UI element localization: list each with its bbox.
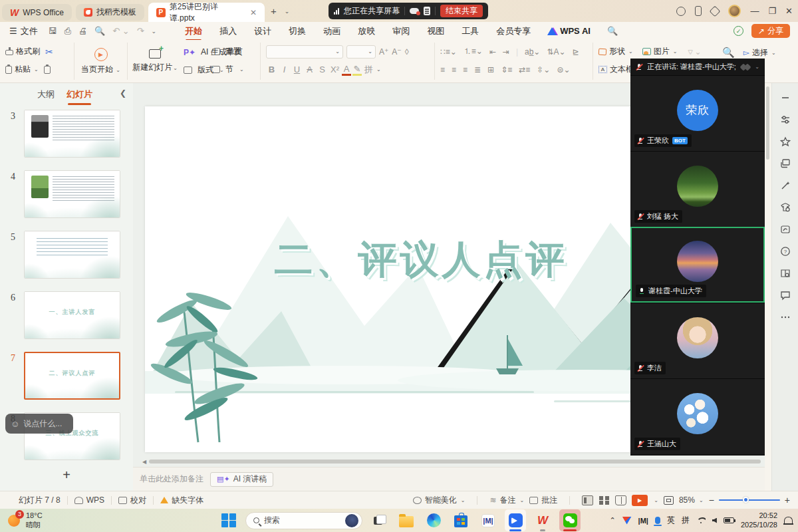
zoom-level[interactable]: 85%⌄ [679,495,704,505]
file-menu[interactable]: ☰ 文件 [9,25,38,37]
highlight-color-button[interactable]: ✎ [352,64,362,76]
assistant-icon[interactable] [676,7,686,16]
tab-docer-template[interactable]: 找稻壳模板 [76,4,144,21]
find-icon[interactable]: 🔍 [722,47,735,59]
fit-to-window-icon[interactable] [664,496,674,505]
meeting-chat-input[interactable]: ☺ 说点什么... [5,414,73,434]
zoom-out-icon[interactable]: − [709,495,714,505]
proofread-button[interactable]: 校对 [118,495,146,506]
share-button[interactable]: ↗ 分享 [751,24,790,38]
new-tab-button[interactable]: + [267,5,281,17]
shapes-button[interactable]: 形状⌄ [598,46,633,57]
paste-button[interactable]: 粘贴 ⌄ [5,64,39,75]
slideshow-play-button[interactable]: ▶ [632,495,648,506]
properties-sliders-icon[interactable] [780,114,791,125]
section-button[interactable]: 节 ⌄ [206,61,260,78]
ribbon-search-icon[interactable]: 🔍 [598,23,626,39]
tab-member[interactable]: 会员专享 [487,23,539,40]
sync-status-icon[interactable]: ✓ [733,26,743,36]
emoji-icon[interactable]: ☺ [11,419,19,429]
wifi-icon[interactable] [696,517,706,524]
slide-library-icon[interactable] [780,158,791,169]
reset-button[interactable]: 重置 [206,43,260,61]
participant-tile[interactable]: 荣欣 王荣欣 BOT [630,75,765,151]
add-slide-button[interactable]: + [0,467,133,483]
increase-indent-icon[interactable]: ⇥ [503,47,509,57]
slide-title-text[interactable]: 二、评议人点评 [145,234,697,286]
picture-button[interactable]: 图片⌄ [642,46,678,57]
wps-app-button[interactable]: W [532,509,553,531]
battery-icon[interactable] [724,517,734,523]
vertical-scrollbar[interactable] [766,86,769,160]
vertical-align-icon[interactable]: ⇳⌄ [537,65,550,74]
tab-insert[interactable]: 插入 [211,23,245,40]
horizontal-scrollbar[interactable]: ◀ [142,459,761,464]
slide-thumb-3[interactable]: 3 [0,110,128,158]
notes-toggle-button[interactable]: ≋ 备注⌄ [489,495,524,506]
tab-slideshow[interactable]: 放映 [349,23,384,40]
bullet-list-icon[interactable]: ∷≡⌄ [440,47,457,57]
decrease-font-icon[interactable]: A⁻ [392,47,401,57]
align-left-icon[interactable]: ≡ [440,65,445,74]
ime-pinyin-indicator[interactable]: 拼 [682,515,690,526]
print-icon[interactable]: 🖨 [78,26,87,36]
participant-tile[interactable]: 王涵山大 [630,378,765,454]
row-spacing-icon[interactable]: ⇕≡ [501,65,512,74]
favorites-star-icon[interactable] [780,136,791,147]
tab-close-icon[interactable]: ✕ [250,8,257,17]
zoom-slider[interactable]: − + [709,495,790,505]
tab-transition[interactable]: 切换 [280,23,315,40]
italic-button[interactable]: I [279,65,290,74]
template-design-icon[interactable] [780,202,791,213]
ime-english-indicator[interactable]: 英 [667,515,675,526]
meeting-header-chevron-icon[interactable]: ⌄ [755,64,759,70]
tab-animation[interactable]: 动画 [315,23,349,40]
participant-tile[interactable]: 李洁 [630,303,765,378]
edge-button[interactable] [423,509,444,531]
numbered-list-icon[interactable]: ⒈≡⌄ [464,46,483,57]
align-right-icon[interactable]: ≡ [463,65,467,74]
tab-wps-ai[interactable]: WPS AI [539,26,598,36]
tab-tools[interactable]: 工具 [453,23,487,40]
undo-icon[interactable]: ↶ ⌄ [112,26,129,36]
font-color-button[interactable]: A [342,64,351,76]
weather-widget[interactable]: 3 18°C 晴朗 [7,511,43,529]
more-options-icon[interactable] [780,312,791,323]
help-icon[interactable]: ? [780,246,791,257]
print-preview-icon[interactable]: 🔍 [94,26,105,36]
distribute-icon[interactable]: ⊞ [487,65,494,74]
scrollbar-thumb[interactable] [149,460,761,464]
comment-bubble-icon[interactable] [780,290,791,301]
tencent-meeting-button[interactable] [505,509,526,531]
cloud-record-icon[interactable] [410,8,419,14]
tray-m-app-icon[interactable]: |M| [638,517,648,525]
scroll-left-icon[interactable]: ◀ [142,459,146,465]
ai-speech-button[interactable]: ▤✦ AI 演讲稿 [210,472,273,487]
textbox-button[interactable]: A 文本框 [598,64,634,75]
save-icon[interactable]: 🖫 [49,26,57,36]
increase-font-icon[interactable]: A⁺ [379,47,388,57]
tab-start[interactable]: 开始 [176,23,211,40]
end-share-button[interactable]: 结束共享 [440,5,483,17]
copy-icon[interactable] [44,66,51,74]
slide-thumb-7-selected[interactable]: 7 二、评议人点评 [0,352,128,400]
comments-button[interactable]: 批注 [529,495,557,506]
superscript-button[interactable]: X² [329,65,340,74]
format-painter-button[interactable]: 格式刷 [5,46,40,57]
3d-effect-icon[interactable] [710,5,721,17]
slide-sorter-view-button[interactable] [598,495,610,505]
tab-list-chevron-icon[interactable]: ⌄ [281,8,294,15]
notification-bell-icon[interactable] [784,517,793,525]
text-direction-icon[interactable]: ⊵ [573,47,579,57]
bold-button[interactable]: B [266,65,277,74]
clock[interactable]: 20:52 2025/10/28 [741,511,777,530]
justify-icon[interactable]: ≣ [474,65,481,74]
underline-button[interactable]: U [291,65,303,74]
play-from-current-button[interactable]: ▶ 当页开始 ⌄ [74,43,127,80]
beautify-wand-icon[interactable] [780,180,791,191]
fill-color-icon[interactable]: 🜄⌄ [686,47,701,57]
microsoft-store-button[interactable] [450,509,471,531]
quickbar-chevron-icon[interactable]: ⌄ [152,28,157,35]
strikethrough-button[interactable]: A [304,65,315,74]
select-button[interactable]: ▻ 选择⌄ [743,47,776,59]
